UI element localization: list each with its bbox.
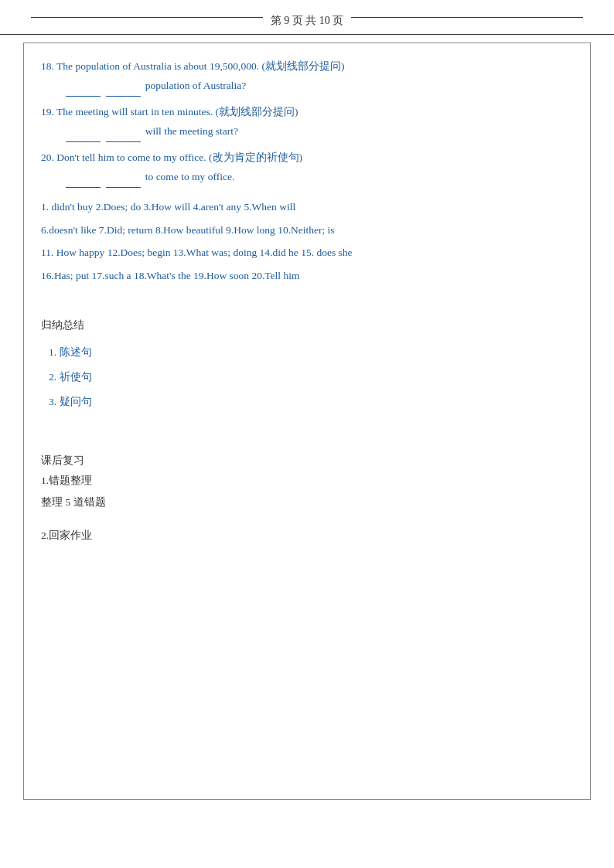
question-18: 18. The population of Australia is about… [41, 57, 573, 97]
answer-row-3: 11. How happy 12.Does; begin 13.What was… [41, 241, 573, 264]
q20-blank2 [106, 167, 141, 188]
q19-blank3: will the meeting start? [145, 125, 238, 137]
q18-content: The population of Australia is about 19,… [56, 60, 344, 72]
homework-title: 课后复习 [41, 454, 573, 468]
q19-number: 19. [41, 106, 54, 117]
homework-section: 课后复习 1.错题整理 整理 5 道错题 2.回家作业 [41, 454, 573, 543]
question-19-text: 19. The meeting will start in ten minute… [41, 103, 573, 121]
summary-item-2: 2. 祈使句 [41, 365, 573, 390]
summary-title: 归纳总结 [41, 318, 573, 332]
homework-item2-title: 2.回家作业 [41, 529, 573, 543]
q20-number: 20. [41, 151, 54, 163]
answer-row-2: 6.doesn't like 7.Did; return 8.How beaut… [41, 219, 573, 242]
answers-section: 1. didn't buy 2.Does; do 3.How will 4.ar… [41, 196, 573, 288]
spacer [41, 513, 573, 529]
question-20-text: 20. Don't tell him to come to my office.… [41, 148, 573, 167]
question-19: 19. The meeting will start in ten minute… [41, 103, 573, 142]
page-header: 第 9 页 共 10 页 [0, 0, 614, 35]
homework-item1-content: 整理 5 道错题 [41, 491, 573, 514]
q20-content: Don't tell him to come to my office. (改为… [56, 151, 302, 163]
summary-item-3: 3. 疑问句 [41, 390, 573, 414]
q18-blank1 [66, 76, 101, 97]
answer-row-4: 16.Has; put 17.such a 18.What's the 19.H… [41, 264, 573, 288]
q19-answer-line: will the meeting start? [41, 121, 573, 142]
answer-row-1: 1. didn't buy 2.Does; do 3.How will 4.ar… [41, 196, 573, 219]
question-18-text: 18. The population of Australia is about… [41, 57, 573, 76]
q19-blank1 [66, 121, 101, 142]
q18-blank3: population of Australia? [145, 80, 246, 91]
question-20: 20. Don't tell him to come to my office.… [41, 148, 573, 188]
q20-blank1 [66, 167, 101, 188]
q20-blank3: to come to my office. [145, 171, 235, 182]
page-number: 第 9 页 共 10 页 [263, 14, 352, 28]
main-content: 18. The population of Australia is about… [23, 43, 591, 800]
q20-answer-line: to come to my office. [41, 167, 573, 188]
summary-item-1: 1. 陈述句 [41, 340, 573, 365]
q18-number: 18. [41, 60, 54, 72]
page: 第 9 页 共 10 页 18. The population of Austr… [0, 0, 614, 868]
q18-blank2 [106, 76, 141, 97]
q19-blank2 [106, 121, 141, 142]
q18-answer-line: population of Australia? [41, 76, 573, 97]
homework-item1-title: 1.错题整理 [41, 474, 573, 488]
q19-content: The meeting will start in ten minutes. (… [56, 106, 298, 117]
summary-section: 归纳总结 1. 陈述句 2. 祈使句 3. 疑问句 [41, 318, 573, 415]
